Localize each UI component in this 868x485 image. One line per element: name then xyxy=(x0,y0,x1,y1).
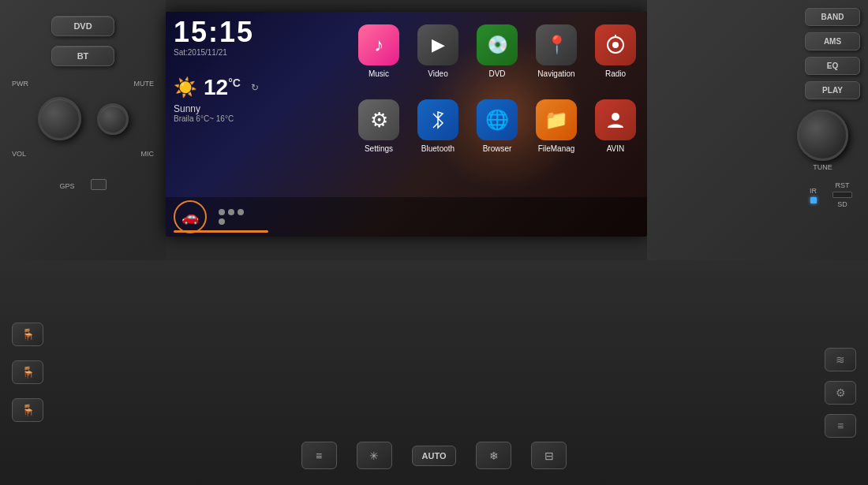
screen-content: 15:15 Sat:2015/11/21 ☀️ 12°C ↻ Sunny Bra… xyxy=(166,12,647,237)
ir-led xyxy=(810,197,817,203)
vol-label: VOL xyxy=(12,150,26,158)
rst-label: RST xyxy=(836,181,850,189)
app-icon-settings[interactable]: ⚙Settings xyxy=(351,91,406,162)
seat-btn-2[interactable]: 🪑 xyxy=(12,360,43,384)
app-label-browser: Browser xyxy=(483,144,512,153)
app-icon-filemanag[interactable]: 📁FileManag xyxy=(529,91,584,162)
app-icon-img-radio xyxy=(595,24,636,65)
app-icon-radio[interactable]: Radio xyxy=(588,16,643,87)
active-indicator xyxy=(174,230,268,233)
gps-label: GPS xyxy=(59,182,74,190)
hvac-controls: ≡ ✳ AUTO ❄ ⊟ xyxy=(118,442,750,469)
temperature: 12°C xyxy=(204,75,241,100)
svg-point-1 xyxy=(612,42,619,48)
dvd-button[interactable]: DVD xyxy=(51,16,114,36)
pwr-label: PWR xyxy=(12,80,28,88)
app-label-avin: AVIN xyxy=(607,144,625,153)
right-panel: BAND AMS EQ PLAY TUNE IR RST xyxy=(647,0,868,260)
app-label-navigation: Navigation xyxy=(537,69,574,78)
seat-btn-3[interactable]: 🪑 xyxy=(12,398,43,422)
dots-widget[interactable] xyxy=(219,209,247,225)
app-label-dvd: DVD xyxy=(488,69,505,78)
band-button[interactable]: BAND xyxy=(805,8,860,26)
mic-label: MIC xyxy=(141,150,155,158)
app-icon-avin[interactable]: AVIN xyxy=(588,91,643,162)
weather-icon: ☀️ xyxy=(174,76,197,99)
app-label-video: Video xyxy=(428,69,447,78)
app-label-bluetooth: Bluetooth xyxy=(421,144,455,153)
tune-label: TUNE xyxy=(813,163,832,171)
tune-knob[interactable] xyxy=(797,110,848,161)
sd-slot[interactable] xyxy=(832,192,852,198)
app-icon-video[interactable]: ▶Video xyxy=(410,16,466,87)
mute-label: MUTE xyxy=(134,80,155,88)
heat-btn-2[interactable]: ⚙ xyxy=(825,381,856,405)
car-interior: DVD BT PWR MUTE VOL MIC GPS xyxy=(0,0,868,485)
heat-btn-3[interactable]: ≡ xyxy=(825,414,856,438)
app-icon-img-avin xyxy=(595,99,636,140)
app-icon-img-settings: ⚙ xyxy=(358,99,399,140)
play-button[interactable]: PLAY xyxy=(805,81,860,99)
app-icon-img-navigation: 📍 xyxy=(536,24,577,65)
right-heat-controls: ≋ ⚙ ≡ xyxy=(825,348,856,438)
date-display: Sat:2015/11/21 xyxy=(174,48,254,57)
bottom-controls: 🪑 🪑 🪑 ≡ ✳ AUTO ❄ ⊟ ≋ ⚙ ≡ xyxy=(0,260,868,485)
ams-button[interactable]: AMS xyxy=(805,32,860,50)
app-icon-navigation[interactable]: 📍Navigation xyxy=(529,16,584,87)
auto-button[interactable]: AUTO xyxy=(412,446,457,466)
seat-controls: 🪑 🪑 🪑 xyxy=(12,323,43,422)
clock: 15:15 xyxy=(174,18,254,47)
app-icon-bluetooth[interactable]: Bluetooth xyxy=(410,91,466,162)
mute-knob[interactable] xyxy=(97,103,129,135)
weather-location: Braila 6°C~ 16°C xyxy=(174,114,259,123)
usb-port[interactable] xyxy=(91,179,107,190)
refresh-icon[interactable]: ↻ xyxy=(251,82,259,93)
app-label-filemanag: FileManag xyxy=(538,144,575,153)
bt-button[interactable]: BT xyxy=(51,46,114,66)
weather-condition: Sunny xyxy=(174,103,259,114)
svg-line-3 xyxy=(433,114,438,118)
hvac-right-btn[interactable]: ⊟ xyxy=(531,442,567,469)
head-unit-screen[interactable]: 15:15 Sat:2015/11/21 ☀️ 12°C ↻ Sunny Bra… xyxy=(166,12,647,237)
app-icon-img-dvd: 💿 xyxy=(477,24,518,65)
app-label-settings: Settings xyxy=(365,144,393,153)
time-display: 15:15 Sat:2015/11/21 xyxy=(174,18,254,57)
weather-widget: ☀️ 12°C ↻ Sunny Braila 6°C~ 16°C xyxy=(174,75,259,123)
hvac-left-btn[interactable]: ≡ xyxy=(301,442,337,469)
app-icon-img-filemanag: 📁 xyxy=(536,99,577,140)
app-icon-dvd[interactable]: 💿DVD xyxy=(470,16,525,87)
svg-line-4 xyxy=(433,123,438,128)
app-icon-music[interactable]: ♪Music xyxy=(351,16,406,87)
car-icon[interactable]: 🚗 xyxy=(174,200,207,233)
heat-btn-1[interactable]: ≋ xyxy=(825,348,856,371)
vol-knob[interactable] xyxy=(38,97,81,140)
app-label-radio: Radio xyxy=(605,69,626,78)
ac-btn[interactable]: ❄ xyxy=(476,442,511,469)
app-label-music: Music xyxy=(369,69,389,78)
bottom-bar: 🚗 xyxy=(166,197,647,237)
apps-grid: ♪Music▶Video💿DVD📍Navigation Radio⚙Settin… xyxy=(351,16,643,162)
app-icon-browser[interactable]: 🌐Browser xyxy=(470,91,525,162)
app-icon-img-bluetooth xyxy=(417,99,458,140)
fan-icon[interactable]: ✳ xyxy=(357,442,392,469)
seat-btn-1[interactable]: 🪑 xyxy=(12,323,43,346)
app-icon-img-browser: 🌐 xyxy=(477,99,518,140)
app-icon-img-music: ♪ xyxy=(358,24,399,65)
app-icon-img-video: ▶ xyxy=(417,24,458,65)
eq-button[interactable]: EQ xyxy=(805,57,860,75)
svg-point-5 xyxy=(612,113,619,121)
tune-knob-area: TUNE xyxy=(797,110,848,171)
sd-label: SD xyxy=(837,200,847,208)
ir-label: IR xyxy=(810,187,817,195)
